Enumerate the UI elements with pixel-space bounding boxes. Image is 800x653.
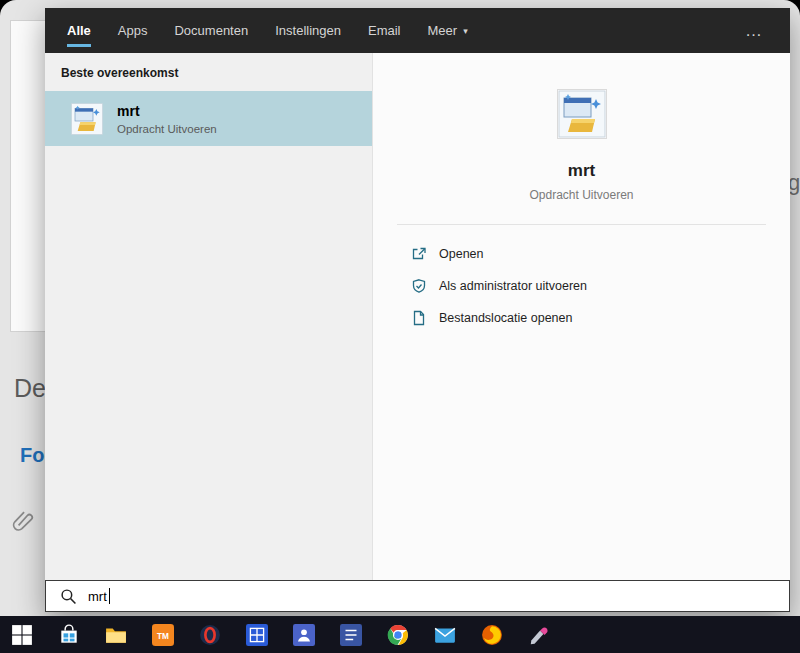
taskbar-app-firefox[interactable]: [480, 623, 504, 647]
tab-alle[interactable]: Alle: [67, 8, 91, 53]
search-filter-tabs: Alle Apps Documenten Instellingen Email …: [45, 8, 790, 53]
chevron-down-icon: ▾: [463, 26, 468, 36]
action-label: Openen: [439, 247, 483, 261]
action-open-file-location[interactable]: Bestandslocatie openen: [373, 302, 790, 334]
chrome-browser-icon: [387, 624, 409, 646]
notes-app-icon: [340, 624, 362, 646]
taskbar-app-file-explorer[interactable]: [104, 623, 128, 647]
run-command-icon: [71, 103, 103, 135]
run-command-icon-large: [557, 89, 607, 139]
tab-documenten[interactable]: Documenten: [174, 8, 248, 53]
result-title: mrt: [117, 103, 217, 119]
taskbar-app-teams[interactable]: [292, 623, 316, 647]
tab-instellingen[interactable]: Instellingen: [275, 8, 341, 53]
taskbar-app-notes[interactable]: [339, 623, 363, 647]
search-flyout-window: Alle Apps Documenten Instellingen Email …: [45, 8, 790, 612]
action-label: Bestandslocatie openen: [439, 311, 572, 325]
search-results-area: Beste overeenkomst: [45, 53, 790, 580]
results-panel: Beste overeenkomst: [45, 53, 372, 580]
preview-title: mrt: [568, 161, 595, 181]
text-cursor: [109, 588, 110, 604]
tab-label: Meer: [428, 23, 458, 38]
preview-divider: [397, 224, 766, 225]
file-explorer-icon: [105, 624, 127, 646]
result-subtitle: Opdracht Uitvoeren: [117, 123, 217, 135]
paperclip-icon: [12, 510, 34, 532]
tab-apps[interactable]: Apps: [118, 8, 148, 53]
taskbar-app-chrome[interactable]: [386, 623, 410, 647]
tab-label: Apps: [118, 23, 148, 38]
open-icon: [411, 246, 427, 262]
section-header-best-match: Beste overeenkomst: [45, 53, 372, 80]
tab-meer[interactable]: Meer ▾: [428, 8, 468, 53]
windows-logo-icon: [11, 624, 33, 646]
tab-label: Instellingen: [275, 23, 341, 38]
action-open[interactable]: Openen: [373, 238, 790, 270]
action-run-as-admin[interactable]: Als administrator uitvoeren: [373, 270, 790, 302]
admin-shield-icon: [411, 278, 427, 294]
teams-app-icon: [293, 624, 315, 646]
search-icon: [60, 588, 77, 605]
taskbar-app-store[interactable]: [57, 623, 81, 647]
background-link-fragment: Fo: [20, 444, 44, 467]
more-options-button[interactable]: …: [745, 21, 764, 41]
taskbar-app-mail[interactable]: [433, 623, 457, 647]
background-window-edge: [10, 20, 48, 332]
desktop: De Fo g Alle Apps Documenten Instellinge…: [0, 0, 800, 653]
tab-email[interactable]: Email: [368, 8, 401, 53]
tab-label: Email: [368, 23, 401, 38]
paint-3d-icon: [528, 624, 550, 646]
action-label: Als administrator uitvoeren: [439, 279, 587, 293]
tm-label: TM: [157, 631, 169, 640]
firefox-browser-icon: [481, 624, 503, 646]
start-button[interactable]: [10, 623, 34, 647]
tm-app-icon: TM: [152, 624, 174, 646]
tab-label: Alle: [67, 23, 91, 38]
taskbar-app-tm[interactable]: TM: [151, 623, 175, 647]
preview-panel: mrt Opdracht Uitvoeren Openen Als: [372, 53, 790, 580]
mail-app-icon: [434, 624, 456, 646]
search-input[interactable]: mrt: [88, 589, 107, 604]
taskbar: TM: [0, 616, 800, 653]
taskbar-app-office[interactable]: [245, 623, 269, 647]
best-match-text: mrt Opdracht Uitvoeren: [117, 103, 217, 135]
tab-label: Documenten: [174, 23, 248, 38]
microsoft-store-icon: [58, 624, 80, 646]
background-text-fragment: De: [14, 374, 46, 403]
best-match-result[interactable]: mrt Opdracht Uitvoeren: [45, 91, 372, 146]
search-box[interactable]: mrt: [45, 580, 790, 612]
action-list: Openen Als administrator uitvoeren Besta…: [373, 238, 790, 334]
office-grid-app-icon: [246, 624, 268, 646]
preview-subtitle: Opdracht Uitvoeren: [529, 188, 633, 202]
taskbar-app-opera[interactable]: [198, 623, 222, 647]
opera-browser-icon: [199, 624, 221, 646]
taskbar-app-paint[interactable]: [527, 623, 551, 647]
file-location-icon: [411, 310, 427, 326]
